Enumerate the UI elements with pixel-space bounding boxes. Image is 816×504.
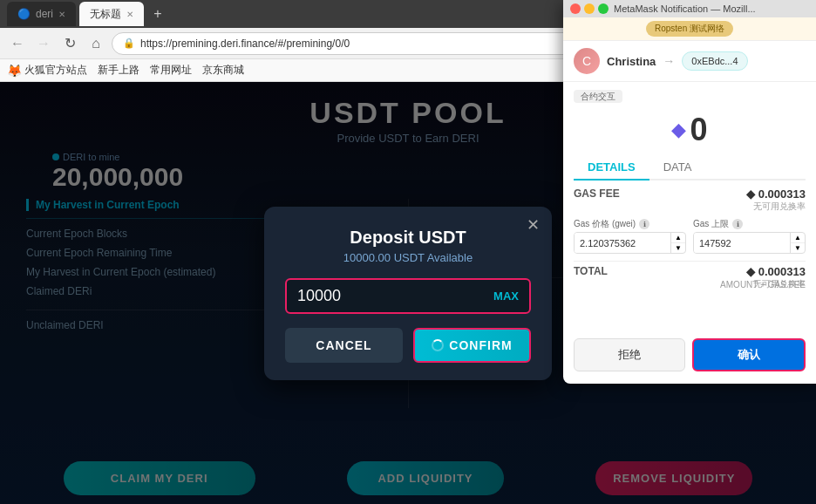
menu-item-common[interactable]: 常用网址 xyxy=(150,63,192,78)
mm-gas-fee-value-block: ◆ 0.000313 无可用兑换率 xyxy=(746,187,806,213)
mm-close-btn[interactable] xyxy=(570,3,581,14)
mm-gas-price-down[interactable]: ▼ xyxy=(671,243,685,253)
tab-close[interactable]: ✕ xyxy=(58,10,65,19)
mm-gas-price-stepper: ▲ ▼ xyxy=(670,233,685,253)
mm-gas-limit-up[interactable]: ▲ xyxy=(791,233,805,243)
mm-contract-row: 合约交互 xyxy=(563,82,816,108)
mm-gas-limit-label: Gas 上限 ℹ xyxy=(693,218,806,230)
mm-address-pill: 0xEBdc...4 xyxy=(682,51,747,71)
mm-confirm-button[interactable]: 确认 xyxy=(692,338,806,371)
mm-minimize-btn[interactable] xyxy=(584,3,595,14)
mm-gas-fee-sub: 无可用兑换率 xyxy=(746,201,806,213)
mm-total-label: TOTAL xyxy=(574,265,608,277)
mm-gas-limit-group: Gas 上限 ℹ ▲ ▼ xyxy=(693,218,806,254)
mm-gas-price-input[interactable] xyxy=(575,233,670,253)
mm-eth-amount: 0 xyxy=(690,112,707,148)
mm-user-name: Christina xyxy=(607,55,656,68)
modal-close-button[interactable]: ✕ xyxy=(527,215,540,235)
browser-tab-active[interactable]: 无标题 ✕ xyxy=(79,2,144,26)
modal-input-row[interactable]: MAX xyxy=(285,278,531,314)
new-tab-button[interactable]: + xyxy=(147,3,168,24)
menu-item-official[interactable]: 🦊 火狐官方站点 xyxy=(7,63,87,78)
mm-network-badge: Ropsten 测试网络 xyxy=(646,21,733,37)
confirm-label: CONFIRM xyxy=(449,338,512,352)
modal-title: Deposit USDT xyxy=(285,228,531,248)
confirm-spinner xyxy=(432,339,444,351)
mm-tab-data[interactable]: DATA xyxy=(649,155,706,179)
mm-contract-badge: 合约交互 xyxy=(574,90,622,103)
mm-total-value: ◆ 0.000313 xyxy=(746,265,806,278)
nav-forward[interactable]: → xyxy=(33,33,54,54)
nav-back[interactable]: ← xyxy=(7,33,28,54)
mm-gas-price-input-wrapper: ▲ ▼ xyxy=(574,232,686,254)
mm-window-controls xyxy=(570,3,609,14)
modal-subtitle: 10000.00 USDT Available xyxy=(285,251,531,264)
tab-favicon: 🔵 xyxy=(17,8,31,20)
mm-gas-price-label: Gas 价格 (gwei) ℹ xyxy=(574,218,686,230)
deposit-modal: ✕ Deposit USDT 10000.00 USDT Available M… xyxy=(264,207,552,380)
mm-gas-limit-info: ℹ xyxy=(732,219,743,229)
mm-reject-button[interactable]: 拒绝 xyxy=(574,338,685,371)
nav-refresh[interactable]: ↻ xyxy=(59,33,80,54)
mm-tabs: DETAILS DATA xyxy=(574,155,806,180)
mm-title-text: MetaMask Notification — Mozill... xyxy=(614,3,809,14)
menu-item-jd[interactable]: 京东商城 xyxy=(202,63,244,78)
mm-gas-fee-value: ◆ 0.000313 xyxy=(746,187,806,201)
mm-amount-gas-label: AMOUNT + GAS FEE xyxy=(574,280,806,289)
mm-maximize-btn[interactable] xyxy=(598,3,609,14)
metamask-panel: MetaMask Notification — Mozill... Ropste… xyxy=(563,0,816,384)
nav-home[interactable]: ⌂ xyxy=(85,33,106,54)
mm-gas-limit-input-wrapper: ▲ ▼ xyxy=(693,232,806,254)
mm-tab-details[interactable]: DETAILS xyxy=(574,155,649,180)
mm-gas-limit-input[interactable] xyxy=(694,233,790,253)
mm-gas-fee-label: GAS FEE xyxy=(574,187,620,200)
mm-eth-row: ◆ 0 xyxy=(563,112,816,148)
cancel-button[interactable]: CANCEL xyxy=(285,328,403,363)
mm-arrow-icon: → xyxy=(663,54,675,68)
mm-gas-price-info: ℹ xyxy=(639,219,649,229)
mm-details-section: GAS FEE ◆ 0.000313 无可用兑换率 Gas 价格 (gwei) … xyxy=(563,180,816,296)
mm-eth-display: ◆ 0 xyxy=(563,108,816,155)
mm-gas-fee-row: GAS FEE ◆ 0.000313 无可用兑换率 xyxy=(574,187,806,213)
mm-titlebar: MetaMask Notification — Mozill... xyxy=(563,0,816,17)
browser-tab-deri[interactable]: 🔵 deri ✕ xyxy=(7,2,76,26)
tab-close-active[interactable]: ✕ xyxy=(126,10,133,19)
tab-label: deri xyxy=(36,8,53,20)
mm-network-bar: Ropsten 测试网络 xyxy=(563,17,816,41)
mm-user-avatar: C xyxy=(574,48,600,74)
mm-action-buttons: 拒绝 确认 xyxy=(563,333,816,377)
modal-buttons: CANCEL CONFIRM xyxy=(285,328,531,363)
mm-divider xyxy=(574,261,806,262)
menu-item-new[interactable]: 新手上路 xyxy=(98,63,139,78)
mm-gas-price-up[interactable]: ▲ xyxy=(671,233,685,243)
mm-gas-limit-down[interactable]: ▼ xyxy=(791,243,805,253)
max-button[interactable]: MAX xyxy=(493,289,519,303)
mm-gas-limit-stepper: ▲ ▼ xyxy=(790,233,805,253)
url-text: https://premining.deri.finance/#/premini… xyxy=(140,37,350,50)
mm-gas-inputs-row: Gas 价格 (gwei) ℹ ▲ ▼ Gas 上限 ℹ xyxy=(574,218,806,254)
eth-diamond-icon: ◆ xyxy=(671,119,686,141)
deposit-amount-input[interactable] xyxy=(297,287,493,305)
tab-label-active: 无标题 xyxy=(90,7,121,22)
mm-user-header: C Christina → 0xEBdc...4 xyxy=(563,41,816,82)
mm-gas-price-group: Gas 价格 (gwei) ℹ ▲ ▼ xyxy=(574,218,686,254)
lock-icon: 🔒 xyxy=(123,37,135,49)
confirm-button[interactable]: CONFIRM xyxy=(413,328,531,363)
